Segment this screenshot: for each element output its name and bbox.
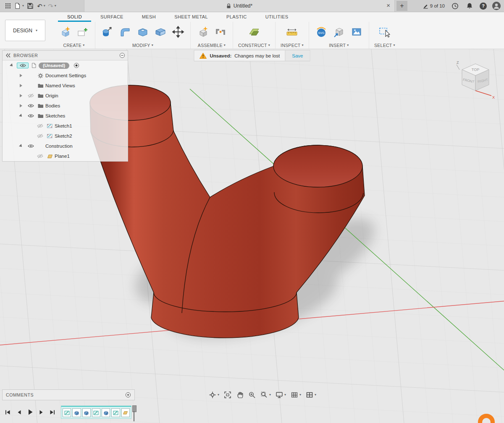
comments-bar[interactable]: COMMENTS (2, 389, 135, 400)
combine-icon[interactable] (153, 25, 168, 39)
select-dropdown[interactable]: SELECT▾ (374, 42, 395, 49)
view-cube[interactable]: TOP FRONT RIGHT Z X (454, 60, 496, 102)
select-icon[interactable] (378, 25, 392, 39)
new-tab-button[interactable]: + (396, 1, 407, 11)
zoom-window-icon[interactable]: ▾ (260, 391, 271, 399)
playhead-handle[interactable] (132, 405, 136, 412)
canvas-image-icon[interactable] (349, 25, 364, 39)
inspect-dropdown[interactable]: INSPECT▾ (281, 42, 304, 49)
visibility-eye-off-icon[interactable] (26, 94, 35, 98)
display-settings-icon[interactable]: ▾ (276, 391, 286, 399)
visibility-eye-icon[interactable] (26, 104, 35, 108)
look-at-icon[interactable] (224, 391, 231, 399)
expander-open-icon[interactable] (19, 114, 23, 118)
tree-row-named-views[interactable]: Named Views (3, 81, 128, 91)
expander-icon[interactable] (20, 94, 22, 97)
go-to-end-icon[interactable] (49, 409, 56, 415)
help-icon[interactable]: ? (480, 3, 487, 10)
construct-dropdown[interactable]: CONSTRUCT▾ (238, 42, 270, 49)
zoom-icon[interactable] (248, 391, 256, 399)
assemble-dropdown[interactable]: ASSEMBLE▾ (198, 42, 226, 49)
create-form-icon[interactable] (58, 25, 72, 39)
expander-open-icon[interactable] (19, 144, 23, 148)
grid-display-icon[interactable]: ▾ (291, 391, 301, 399)
undo-icon[interactable]: ↶▾ (37, 1, 46, 11)
panel-minimize-icon[interactable] (119, 52, 125, 58)
timeline-feature-extrude-icon[interactable] (72, 408, 81, 417)
tab-close-icon[interactable]: × (386, 2, 390, 9)
timeline-feature-sketch-icon[interactable] (111, 408, 120, 417)
new-component-icon[interactable] (196, 25, 210, 39)
construction-plane-icon[interactable] (247, 25, 261, 39)
activate-component-radio[interactable] (74, 63, 79, 68)
tree-row-construction[interactable]: Construction (3, 141, 128, 151)
save-icon[interactable] (26, 1, 35, 11)
collapse-panel-icon[interactable] (5, 53, 11, 58)
activity-clock-icon[interactable] (450, 1, 459, 11)
tree-row-document-settings[interactable]: Document Settings (3, 70, 128, 81)
orbit-icon[interactable]: ▾ (209, 391, 219, 399)
redo-icon[interactable]: ↷▾ (47, 1, 57, 11)
tab-solid[interactable]: SOLID (58, 13, 91, 22)
tree-row-document[interactable]: (Unsaved) (3, 60, 128, 70)
tab-surface[interactable]: SURFACE (91, 13, 133, 22)
tree-row-plane1[interactable]: Plane1 (3, 151, 128, 161)
insert-dropdown[interactable]: INSERT▾ (329, 42, 349, 49)
workspace-switcher[interactable]: DESIGN ▾ (5, 20, 45, 41)
timeline-feature-extrude-icon[interactable] (102, 408, 110, 417)
timeline-feature-plane-icon[interactable] (121, 408, 130, 417)
fillet-icon[interactable] (118, 25, 132, 39)
visibility-eye-off-icon[interactable] (35, 134, 45, 138)
measure-icon[interactable] (285, 25, 299, 39)
notifications-bell-icon[interactable] (465, 1, 474, 11)
timeline-feature-extrude-icon[interactable] (82, 408, 91, 417)
file-menu-icon[interactable]: ▾ (14, 1, 24, 11)
user-avatar[interactable] (492, 2, 501, 10)
expander-open-icon[interactable] (10, 63, 14, 68)
expander-icon[interactable] (20, 74, 22, 77)
modify-dropdown[interactable]: MODIFY▾ (132, 42, 153, 49)
tree-row-sketches[interactable]: Sketches (3, 111, 128, 121)
visibility-eye-icon[interactable] (26, 144, 35, 148)
tab-plastic[interactable]: PLASTIC (217, 13, 256, 22)
joint-icon[interactable] (213, 25, 228, 39)
visibility-eye-off-icon[interactable] (35, 124, 45, 128)
tree-row-sketch2[interactable]: Sketch2 (3, 131, 128, 141)
save-status[interactable]: 9 of 10 (423, 3, 445, 9)
tree-row-sketch1[interactable]: Sketch1 (3, 121, 128, 131)
expander-icon[interactable] (20, 104, 22, 107)
move-icon[interactable] (171, 25, 185, 39)
insert-mesh-icon[interactable] (332, 25, 346, 39)
tab-mesh[interactable]: MESH (133, 13, 165, 22)
timeline-playhead[interactable] (131, 405, 136, 421)
tab-sheet-metal[interactable]: SHEET METAL (165, 13, 217, 22)
play-icon[interactable] (27, 409, 33, 415)
timeline-feature-sketch-icon[interactable] (63, 408, 71, 417)
press-pull-icon[interactable] (100, 25, 115, 39)
app-grid-icon[interactable] (3, 1, 13, 11)
visibility-eye-off-icon[interactable] (35, 154, 45, 158)
expand-comments-icon[interactable] (125, 392, 131, 398)
save-button[interactable]: Save (285, 50, 310, 61)
step-forward-icon[interactable] (38, 409, 44, 415)
fusion360-window: ▾ ↶▾ ↷▾ Untit (0, 0, 504, 423)
document-name[interactable]: (Unsaved) (39, 63, 69, 69)
tree-row-bodies[interactable]: Bodies (3, 101, 128, 111)
insert-svg-icon[interactable]: SVG (314, 25, 328, 39)
step-back-icon[interactable] (16, 409, 22, 415)
feature-timeline[interactable] (61, 406, 131, 419)
document-tab[interactable]: Untitled* × (84, 0, 395, 12)
document-visibility-eye-icon[interactable] (17, 63, 29, 68)
shell-icon[interactable] (136, 25, 150, 39)
go-to-start-icon[interactable] (4, 409, 11, 415)
browser-panel: BROWSER (Unsaved) (2, 50, 128, 162)
create-sketch-icon[interactable] (76, 25, 90, 39)
visibility-eye-icon[interactable] (26, 114, 35, 118)
timeline-feature-sketch-icon[interactable] (92, 408, 100, 417)
pan-hand-icon[interactable] (236, 391, 244, 399)
tab-utilities[interactable]: UTILITIES (256, 13, 298, 22)
expander-icon[interactable] (20, 84, 22, 87)
tree-row-origin[interactable]: Origin (3, 91, 128, 101)
create-dropdown[interactable]: CREATE▾ (63, 42, 85, 49)
viewports-icon[interactable]: ▾ (306, 391, 316, 399)
